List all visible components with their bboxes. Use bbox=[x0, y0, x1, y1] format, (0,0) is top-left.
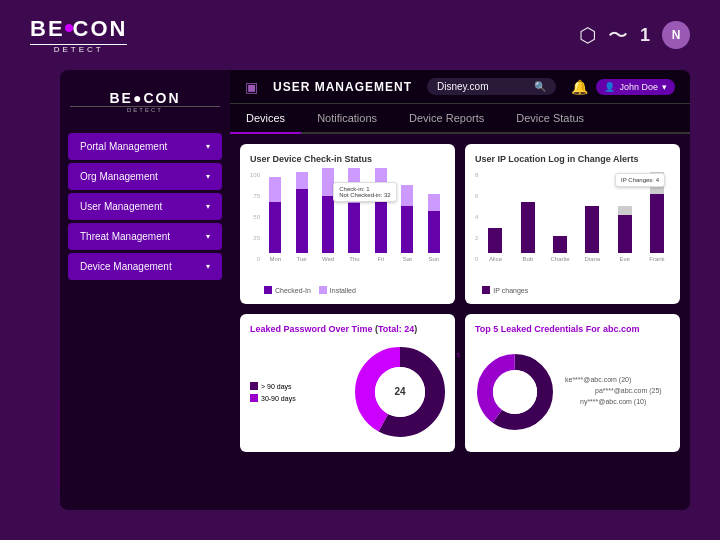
bar-group: Sat bbox=[396, 168, 418, 262]
management-icon: ▣ bbox=[245, 79, 258, 95]
charts-row-1: User Device Check-in Status 100 75 50 25… bbox=[240, 144, 680, 304]
charts-area: User Device Check-in Status 100 75 50 25… bbox=[230, 134, 690, 510]
legend-checked: Checked-In bbox=[264, 286, 311, 294]
chart-leaked-password: Leaked Password Over Time (Total: 24) > … bbox=[240, 314, 455, 452]
chart1-bars: MonTueWedCheck-in: 1Not Checked-in: 32Th… bbox=[264, 172, 445, 294]
cred-item-2: pa****@abc.com (25) bbox=[595, 387, 690, 394]
chart2-inner: 8 6 4 2 0 AliceBobCharlieDianaEveIP Chan… bbox=[475, 172, 670, 294]
legend-30-90days-dot bbox=[250, 394, 258, 402]
chart3-title: Leaked Password Over Time (Total: 24) bbox=[250, 324, 445, 334]
chart-device-checkin: User Device Check-in Status 100 75 50 25… bbox=[240, 144, 455, 304]
checked-bar bbox=[348, 203, 360, 253]
sidebar-item-threat-management[interactable]: Threat Management ▾ bbox=[68, 223, 222, 250]
legend-installed: Installed bbox=[319, 286, 356, 294]
tab-device-reports[interactable]: Device Reports bbox=[393, 104, 500, 134]
legend-30-90days: 30-90 days bbox=[250, 394, 355, 402]
topbar-user[interactable]: 👤 John Doe ▾ bbox=[596, 79, 675, 95]
ip-bar bbox=[585, 206, 599, 253]
installed-bar bbox=[401, 185, 413, 206]
sidebar-item-portal-management[interactable]: Portal Management ▾ bbox=[68, 133, 222, 160]
tooltip-bubble: Check-in: 1Not Checked-in: 32 bbox=[333, 182, 396, 202]
search-input[interactable] bbox=[437, 81, 529, 92]
search-icon: 🔍 bbox=[534, 81, 546, 92]
ip-bar bbox=[650, 194, 664, 254]
chart2-title: User IP Location Log in Change Alerts bbox=[475, 154, 670, 164]
chevron-down-icon: ▾ bbox=[206, 172, 210, 181]
legend-checked-dot bbox=[264, 286, 272, 294]
chart-leaked-credentials: Top 5 Leaked Credentials For abc.com bbox=[465, 314, 680, 452]
logo-text: BECON bbox=[30, 16, 127, 42]
top-header: BECON DETECT ⬡ 〜 1 N bbox=[0, 0, 720, 70]
chevron-down-icon: ▾ bbox=[206, 202, 210, 211]
legend-ip-dot bbox=[482, 286, 490, 294]
pie-label-5: 5 bbox=[457, 352, 460, 358]
credentials-list: ke****@abc.com (20) pa****@abc.com (25) … bbox=[555, 376, 670, 409]
content-topbar: ▣ USER MANAGEMENT 🔍 🔔 👤 John Doe ▾ bbox=[230, 70, 690, 104]
checked-bar bbox=[401, 206, 413, 253]
chart2-legend: IP changes bbox=[482, 286, 670, 294]
chart-ip-location: User IP Location Log in Change Alerts 8 … bbox=[465, 144, 680, 304]
bell-icon[interactable]: 🔔 bbox=[571, 79, 588, 95]
chart2-bars: AliceBobCharlieDianaEveIP Changes: 4Fran… bbox=[482, 172, 670, 294]
bar-group: Mon bbox=[264, 168, 286, 262]
topbar-search[interactable]: 🔍 bbox=[427, 78, 556, 95]
cred-item-3: ny****@abc.com (10) bbox=[580, 398, 685, 405]
main-area: BE●CON DETECT Portal Management ▾ Org Ma… bbox=[60, 70, 690, 510]
ip-bar bbox=[553, 236, 567, 253]
sidebar-logo-text: BE●CON bbox=[70, 90, 220, 106]
user-avatar[interactable]: N bbox=[662, 21, 690, 49]
svg-point-6 bbox=[493, 370, 537, 414]
legend-installed-dot bbox=[319, 286, 327, 294]
gray-bar bbox=[618, 206, 632, 215]
chart1-inner: 100 75 50 25 0 MonTueWedCheck-in: 1Not C… bbox=[250, 172, 445, 294]
chart2-y-axis: 8 6 4 2 0 bbox=[475, 172, 482, 262]
ip-bar bbox=[488, 228, 502, 254]
tab-devices[interactable]: Devices bbox=[230, 104, 301, 134]
ip-bar bbox=[618, 215, 632, 253]
chart3-content: > 90 days 30-90 days bbox=[250, 342, 445, 442]
bar-group: Tue bbox=[290, 168, 312, 262]
sidebar-item-org-management[interactable]: Org Management ▾ bbox=[68, 163, 222, 190]
charts-row-2: Leaked Password Over Time (Total: 24) > … bbox=[240, 314, 680, 452]
cred-item-1: ke****@abc.com (20) bbox=[565, 376, 670, 383]
ip-bar-group: Alice bbox=[482, 168, 508, 262]
checked-bar bbox=[322, 196, 334, 253]
installed-bar bbox=[428, 194, 440, 211]
bar-group: Check-in: 1Not Checked-in: 32Thu bbox=[343, 168, 365, 262]
tab-device-status[interactable]: Device Status bbox=[500, 104, 600, 134]
ip-bar-group: Bob bbox=[515, 168, 541, 262]
bar-chart-1: MonTueWedCheck-in: 1Not Checked-in: 32Th… bbox=[264, 172, 445, 282]
donut-chart bbox=[475, 352, 555, 432]
ip-bar-group: Charlie bbox=[547, 168, 573, 262]
topbar-right: 🔔 👤 John Doe ▾ bbox=[571, 79, 675, 95]
chart3-legend: > 90 days 30-90 days bbox=[250, 382, 355, 402]
installed-bar bbox=[322, 168, 334, 196]
ip-bar-group: IP Changes: 4Frank bbox=[644, 168, 670, 262]
legend-90days-dot bbox=[250, 382, 258, 390]
tabs-bar: Devices Notifications Device Reports Dev… bbox=[230, 104, 690, 134]
credentials-chart: ke****@abc.com (20) pa****@abc.com (25) … bbox=[475, 342, 670, 442]
superman-icon: ⬡ bbox=[579, 23, 596, 47]
chart1-y-axis: 100 75 50 25 0 bbox=[250, 172, 264, 262]
content-area: ▣ USER MANAGEMENT 🔍 🔔 👤 John Doe ▾ Devic… bbox=[230, 70, 690, 510]
logo-detect: DETECT bbox=[30, 44, 127, 54]
ip-bar bbox=[521, 202, 535, 253]
chevron-down-icon: ▾ bbox=[206, 142, 210, 151]
user-chevron-icon: ▾ bbox=[662, 82, 667, 92]
sidebar-logo-detect: DETECT bbox=[70, 106, 220, 113]
chart1-title: User Device Check-in Status bbox=[250, 154, 445, 164]
tab-notifications[interactable]: Notifications bbox=[301, 104, 393, 134]
chevron-down-icon: ▾ bbox=[206, 262, 210, 271]
sidebar: BE●CON DETECT Portal Management ▾ Org Ma… bbox=[60, 70, 230, 510]
sidebar-item-user-management[interactable]: User Management ▾ bbox=[68, 193, 222, 220]
pie-svg: 24 bbox=[355, 347, 445, 437]
wave-icon: 〜 bbox=[608, 22, 628, 49]
legend-ip-changes: IP changes bbox=[482, 286, 528, 294]
bar-group: Sun bbox=[423, 168, 445, 262]
header-icons: ⬡ 〜 1 N bbox=[579, 21, 690, 49]
checked-bar bbox=[428, 211, 440, 254]
user-icon: 👤 bbox=[604, 82, 615, 92]
sidebar-item-device-management[interactable]: Device Management ▾ bbox=[68, 253, 222, 280]
chevron-down-icon: ▾ bbox=[206, 232, 210, 241]
pie-chart: 24 5 bbox=[355, 342, 445, 442]
